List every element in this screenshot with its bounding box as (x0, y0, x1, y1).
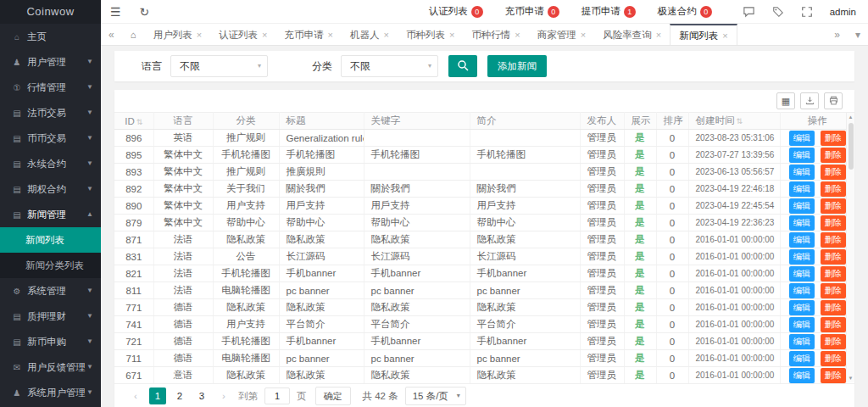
home-tab-icon[interactable]: ⌂ (122, 24, 145, 45)
edit-button[interactable]: 编辑 (789, 368, 815, 383)
edit-button[interactable]: 编辑 (789, 131, 815, 146)
close-icon[interactable]: × (262, 30, 267, 40)
sidebar-item-fiat-trade[interactable]: ▤法币交易 ▼ (0, 100, 101, 125)
edit-button[interactable]: 编辑 (789, 300, 815, 315)
quicklink-withdraw-request[interactable]: 提币申请 1 (581, 5, 636, 18)
edit-button[interactable]: 编辑 (789, 249, 815, 265)
delete-button[interactable]: 删除 (821, 164, 846, 180)
delete-button[interactable]: 删除 (821, 283, 846, 298)
page-button-2[interactable]: 2 (171, 387, 188, 404)
fullscreen-icon[interactable] (793, 6, 821, 18)
tab-user-list[interactable]: 用户列表× (145, 24, 210, 45)
delete-button[interactable]: 删除 (821, 249, 846, 265)
goto-page-input[interactable] (264, 387, 290, 404)
sidebar-item-system-user-management[interactable]: ♟系统用户管理 ▼ (0, 380, 101, 405)
sidebar-item-system-management[interactable]: ⚙系统管理 ▼ (0, 278, 101, 304)
close-icon[interactable]: × (515, 30, 520, 40)
tab-auth-list[interactable]: 认证列表× (210, 24, 275, 45)
edit-button[interactable]: 编辑 (789, 266, 815, 282)
export-button[interactable] (800, 92, 819, 109)
tabs-scroll-right-icon[interactable]: » (826, 24, 848, 45)
edit-button[interactable]: 编辑 (789, 334, 815, 349)
delete-button[interactable]: 删除 (821, 148, 846, 163)
edit-button[interactable]: 编辑 (789, 198, 815, 214)
sidebar-subitem-news-category-list[interactable]: 新闻分类列表 (0, 253, 101, 278)
delete-button[interactable]: 删除 (821, 198, 846, 214)
sidebar-item-user-feedback[interactable]: ✉用户反馈管理 ▼ (0, 354, 101, 380)
sidebar-item-new-coin-subscription[interactable]: ▤新币申购 ▼ (0, 329, 101, 354)
refresh-icon[interactable]: ↻ (131, 0, 159, 24)
sidebar-item-news-management[interactable]: ▤新闻管理 ▲ (0, 202, 101, 227)
edit-button[interactable]: 编辑 (789, 181, 815, 197)
tabs-scroll-left-icon[interactable]: « (101, 24, 122, 45)
sidebar-item-options-contract[interactable]: ▤期权合约 ▼ (0, 176, 101, 202)
delete-button[interactable]: 删除 (821, 317, 846, 332)
tab-merchant-management[interactable]: 商家管理× (529, 24, 594, 45)
header-id[interactable]: ID⇅ (114, 113, 153, 130)
menu-toggle-icon[interactable]: ☰ (101, 0, 131, 24)
delete-button[interactable]: 删除 (821, 300, 846, 315)
chat-icon[interactable] (734, 5, 764, 18)
close-icon[interactable]: × (197, 30, 202, 40)
edit-button[interactable]: 编辑 (789, 164, 815, 180)
category-select[interactable]: 不限 ▾ (341, 55, 438, 77)
next-page-button[interactable]: › (215, 387, 232, 404)
close-icon[interactable]: × (581, 30, 586, 40)
prev-page-button[interactable]: ‹ (127, 387, 144, 404)
close-icon[interactable]: × (449, 30, 454, 40)
tag-icon[interactable] (764, 6, 793, 18)
edit-button[interactable]: 编辑 (789, 351, 815, 366)
quicklink-fast-contract[interactable]: 极速合约 0 (658, 5, 712, 18)
tabs-dropdown-icon[interactable]: ▾ (848, 24, 868, 45)
close-icon[interactable]: × (328, 30, 333, 40)
search-button[interactable] (448, 55, 477, 77)
delete-button[interactable]: 删除 (821, 232, 846, 248)
delete-button[interactable]: 删除 (821, 368, 846, 383)
page-size-select[interactable]: 15 条/页 ▾ (405, 387, 466, 405)
close-icon[interactable]: × (722, 31, 727, 41)
tab-news-list[interactable]: 新闻列表× (670, 24, 737, 45)
sidebar-item-market-management[interactable]: ①行情管理 ▼ (0, 75, 101, 100)
scroll-down-icon[interactable]: ▼ (847, 374, 854, 382)
edit-button[interactable]: 编辑 (789, 283, 815, 298)
quicklink-deposit-request[interactable]: 充币申请 0 (505, 5, 559, 18)
edit-button[interactable]: 编辑 (789, 148, 815, 163)
columns-filter-button[interactable]: ▦ (776, 92, 795, 109)
delete-button[interactable]: 删除 (821, 266, 846, 282)
goto-confirm-button[interactable]: 确定 (315, 387, 351, 405)
header-created[interactable]: 创建时间⇅ (688, 113, 780, 130)
sidebar-item-perpetual-contract[interactable]: ▤永续合约 ▼ (0, 151, 101, 176)
delete-button[interactable]: 删除 (821, 181, 846, 197)
sidebar-item-staking-finance[interactable]: ▤质押理财 ▼ (0, 304, 101, 329)
scroll-up-icon[interactable]: ▲ (847, 113, 854, 121)
edit-button[interactable]: 编辑 (789, 215, 815, 231)
sidebar-item-user-management[interactable]: ♟用户管理 ▼ (0, 49, 101, 75)
sort-icon[interactable]: ⇅ (737, 117, 743, 125)
sidebar-item-coin-trade[interactable]: ▤币币交易 ▼ (0, 125, 101, 151)
edit-button[interactable]: 编辑 (789, 232, 815, 248)
sort-icon[interactable]: ⇅ (136, 118, 143, 126)
sidebar-item-home[interactable]: ⌂主页 (0, 24, 101, 49)
tab-coin-list[interactable]: 币种列表× (398, 24, 463, 45)
sidebar-subitem-news-list[interactable]: 新闻列表 (0, 227, 101, 253)
print-button[interactable] (824, 92, 843, 109)
language-select[interactable]: 不限 ▾ (170, 55, 268, 77)
quicklink-auth-list[interactable]: 认证列表 0 (429, 5, 483, 18)
scrollbar-thumb[interactable] (849, 123, 854, 170)
close-icon[interactable]: × (656, 30, 661, 40)
delete-button[interactable]: 删除 (821, 334, 846, 349)
tab-risk-rate-query[interactable]: 风险率查询× (594, 24, 670, 45)
add-news-button[interactable]: 添加新闻 (487, 55, 547, 77)
tab-robot[interactable]: 机器人× (342, 24, 398, 45)
delete-button[interactable]: 删除 (821, 351, 846, 366)
page-button-1[interactable]: 1 (149, 387, 166, 404)
page-button-3[interactable]: 3 (193, 387, 210, 404)
edit-button[interactable]: 编辑 (789, 317, 815, 332)
delete-button[interactable]: 删除 (821, 215, 846, 231)
close-icon[interactable]: × (383, 30, 388, 40)
tab-deposit-request[interactable]: 充币申请× (276, 24, 342, 45)
tab-coin-market[interactable]: 币种行情× (463, 24, 528, 45)
admin-user-menu[interactable]: admin (830, 7, 856, 17)
delete-button[interactable]: 删除 (821, 131, 846, 146)
table-scrollbar[interactable]: ▲ ▼ (846, 113, 854, 382)
